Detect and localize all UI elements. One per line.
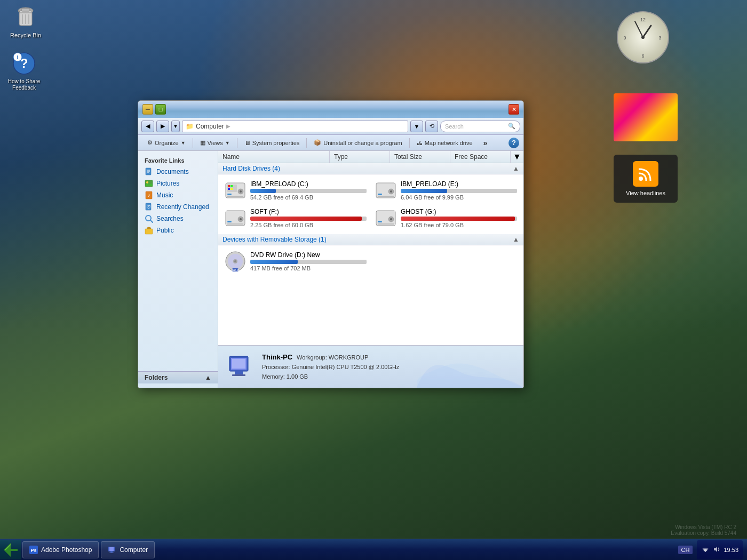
toolbar-sep-3 — [306, 138, 307, 148]
maximize-button[interactable]: □ — [155, 104, 166, 115]
back-button[interactable]: ◀ — [141, 121, 154, 132]
close-button[interactable]: ✕ — [508, 104, 519, 115]
views-dropdown-icon: ▼ — [225, 140, 230, 146]
uninstall-button[interactable]: 📦 Uninstall or change a program — [309, 137, 407, 149]
svg-point-55 — [390, 218, 392, 220]
feedback-icon[interactable]: ? i How to Share Feedback — [3, 51, 45, 91]
col-free-header[interactable]: Free Space — [450, 151, 511, 163]
drive-c-free: 54.2 GB free of 69.4 GB — [250, 194, 367, 201]
public-icon — [145, 226, 153, 235]
hard-disks-section-header: Hard Disk Drives (4) ▲ — [218, 163, 523, 174]
col-expand-header[interactable]: ▼ — [511, 151, 523, 163]
photoshop-icon: Ps — [29, 546, 38, 554]
col-type-header[interactable]: Type — [330, 151, 390, 163]
flowers-widget — [614, 93, 678, 141]
hard-disks-collapse[interactable]: ▲ — [513, 165, 519, 172]
drive-c-bar — [250, 189, 367, 193]
rss-widget[interactable]: View headlines — [614, 155, 678, 203]
language-indicator: CH — [678, 546, 693, 554]
rss-label: View headlines — [626, 190, 665, 196]
svg-text:Ps: Ps — [30, 548, 36, 553]
sidebar-item-public[interactable]: Public — [138, 225, 218, 236]
refresh-button[interactable]: ▼ — [171, 121, 180, 132]
svg-point-36 — [240, 190, 242, 193]
drive-c-icon — [225, 180, 246, 201]
recycle-bin-icon[interactable]: Recycle Bin — [4, 4, 47, 39]
svg-rect-66 — [235, 371, 243, 374]
drive-f-icon — [225, 207, 246, 229]
svg-rect-68 — [232, 359, 245, 369]
folders-toggle[interactable]: Folders ▲ — [138, 371, 218, 383]
search-box[interactable]: Search 🔍 — [440, 121, 520, 132]
views-icon: ▦ — [200, 139, 205, 146]
drive-f-bar — [250, 217, 367, 221]
map-network-button[interactable]: 🖧 Map network drive — [412, 137, 478, 149]
network-icon — [701, 546, 710, 554]
sidebar-item-pictures[interactable]: Pictures — [138, 178, 218, 189]
drive-g[interactable]: GHOST (G:) 1.62 GB free of 79.0 GB — [371, 204, 521, 232]
svg-rect-57 — [378, 223, 394, 225]
clock-widget: 12 3 6 9 — [616, 11, 670, 64]
pc-info: Think-PC Workgroup: WORKGROUP Processor:… — [262, 352, 399, 382]
drive-e-free: 6.04 GB free of 9.99 GB — [401, 194, 517, 201]
photoshop-task[interactable]: Ps Adobe Photoshop — [22, 541, 99, 558]
drive-f[interactable]: SOFT (F:) 2.25 GB free of 60.0 GB — [220, 204, 371, 232]
toolbar-sep-2 — [237, 138, 237, 148]
recycle-bin-image — [13, 4, 38, 30]
removable-collapse[interactable]: ▲ — [513, 236, 519, 243]
processor-value: Genuine Intel(R) CPU T2500 @ 2.00GHz — [292, 364, 400, 370]
svg-text:9: 9 — [623, 35, 626, 41]
system-time: 19:53 — [724, 547, 738, 553]
start-area[interactable] — [0, 540, 21, 559]
address-dropdown[interactable]: ▼ — [410, 121, 423, 132]
col-name-header[interactable]: Name — [218, 151, 330, 163]
system-properties-button[interactable]: 🖥 System properties — [240, 137, 305, 149]
svg-line-31 — [150, 220, 153, 222]
drive-c[interactable]: IBM_PRELOAD (C:) 54.2 GB free of 69.4 GB — [220, 177, 371, 204]
svg-rect-52 — [227, 223, 243, 225]
drive-d-fill — [250, 260, 298, 264]
help-button[interactable]: ? — [508, 138, 519, 148]
search-icon: 🔍 — [508, 123, 515, 130]
memory-value: 1.00 GB — [287, 373, 308, 380]
hard-disks-label: Hard Disk Drives (4) — [222, 165, 513, 172]
svg-text:12: 12 — [640, 17, 646, 22]
organize-dropdown-icon: ▼ — [181, 140, 186, 146]
drive-f-free: 2.25 GB free of 60.0 GB — [250, 222, 367, 228]
svg-text:3: 3 — [658, 35, 661, 41]
drive-f-fill — [250, 217, 362, 221]
col-total-header[interactable]: Total Size — [390, 151, 450, 163]
svg-point-45 — [390, 190, 392, 193]
sidebar-item-recently-changed[interactable]: ⏱ Recently Changed — [138, 201, 218, 213]
drive-d-bar — [250, 260, 367, 264]
explorer-body: Favorite Links Documents Pictures ♪ — [138, 151, 523, 388]
memory-label: Memory: — [262, 373, 285, 380]
sidebar-item-music[interactable]: ♪ Music — [138, 189, 218, 201]
svg-point-18 — [641, 36, 645, 39]
hard-disks-grid: IBM_PRELOAD (C:) 54.2 GB free of 69.4 GB — [218, 174, 523, 234]
minimize-button[interactable]: ─ — [142, 104, 153, 115]
drive-g-bar — [401, 217, 517, 221]
forward-button[interactable]: ▶ — [156, 121, 169, 132]
vista-watermark: Windows Vista (TM) RC 2 Evaluation copy.… — [671, 524, 736, 536]
drive-g-name: GHOST (G:) — [401, 208, 517, 215]
more-button[interactable]: » — [479, 137, 492, 149]
address-path[interactable]: 📁 Computer ▶ — [182, 121, 408, 132]
sidebar-item-documents[interactable]: Documents — [138, 166, 218, 178]
go-back-button[interactable]: ⟲ — [425, 121, 438, 132]
organize-button[interactable]: ⚙ Organize ▼ — [142, 137, 190, 149]
drive-e[interactable]: IBM_PRELOAD (E:) 6.04 GB free of 9.99 GB — [371, 177, 521, 204]
drive-g-info: GHOST (G:) 1.62 GB free of 79.0 GB — [401, 208, 517, 228]
views-button[interactable]: ▦ Views ▼ — [195, 137, 235, 149]
pc-icon — [227, 354, 253, 380]
computer-label: Computer — [120, 546, 148, 554]
sidebar-item-searches[interactable]: Searches — [138, 213, 218, 225]
drive-e-bar — [401, 189, 517, 193]
drive-d[interactable]: CD-R DVD RW Drive (D:) New 417 MB free o… — [220, 247, 371, 275]
workgroup-text: Workgroup: WORKGROUP — [297, 353, 368, 363]
svg-rect-74 — [109, 553, 114, 553]
pictures-icon — [145, 179, 153, 188]
drive-c-info: IBM_PRELOAD (C:) 54.2 GB free of 69.4 GB — [250, 180, 367, 201]
sidebar: Favorite Links Documents Pictures ♪ — [138, 151, 218, 388]
computer-task[interactable]: Computer — [101, 541, 155, 558]
